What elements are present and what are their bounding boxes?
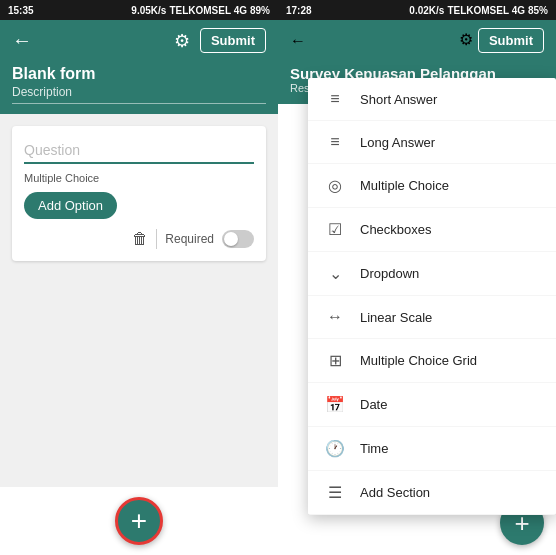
lines-icon: ≡: [324, 90, 346, 108]
form-body: Multiple Choice Add Option 🗑 Required: [0, 114, 278, 487]
settings-icon[interactable]: ⚙: [174, 30, 190, 52]
add-question-fab[interactable]: +: [115, 497, 163, 545]
left-network: 9.05K/s: [131, 5, 166, 16]
left-status-bar: 15:35 9.05K/s TELKOMSEL 4G 89%: [0, 0, 278, 20]
required-toggle[interactable]: [222, 230, 254, 248]
check-icon: ☑: [324, 220, 346, 239]
section-icon: ☰: [324, 483, 346, 502]
menu-item-multiple-choice[interactable]: ◎Multiple Choice: [308, 164, 556, 208]
back-button[interactable]: ←: [12, 29, 32, 52]
menu-item-label: Multiple Choice Grid: [360, 353, 477, 368]
menu-item-label: Date: [360, 397, 387, 412]
lines-icon: ≡: [324, 133, 346, 151]
divider: [156, 229, 157, 249]
menu-item-label: Multiple Choice: [360, 178, 449, 193]
menu-item-label: Long Answer: [360, 135, 435, 150]
date-icon: 📅: [324, 395, 346, 414]
form-description[interactable]: Description: [12, 85, 266, 104]
add-option-button[interactable]: Add Option: [24, 192, 117, 219]
menu-item-linear-scale[interactable]: ↔Linear Scale: [308, 296, 556, 339]
submit-button[interactable]: Submit: [200, 28, 266, 53]
form-title: Blank form: [12, 65, 266, 83]
menu-item-dropdown[interactable]: ⌄Dropdown: [308, 252, 556, 296]
right-settings-icon[interactable]: ⚙: [459, 31, 473, 48]
menu-item-label: Linear Scale: [360, 310, 432, 325]
fab-container: +: [0, 487, 278, 555]
question-input[interactable]: [24, 138, 254, 164]
toggle-thumb: [224, 232, 238, 246]
form-title-area: Blank form Description: [0, 61, 278, 114]
right-header: ← ⚙ Submit: [278, 20, 556, 61]
left-battery: 89%: [250, 5, 270, 16]
menu-item-long-answer[interactable]: ≡Long Answer: [308, 121, 556, 164]
right-back-button[interactable]: ←: [290, 32, 306, 50]
right-submit-button[interactable]: Submit: [478, 28, 544, 53]
menu-item-short-answer[interactable]: ≡Short Answer: [308, 78, 556, 121]
menu-item-time[interactable]: 🕐Time: [308, 427, 556, 471]
right-status-bar: 17:28 0.02K/s TELKOMSEL 4G 85%: [278, 0, 556, 20]
right-network: 0.02K/s: [409, 5, 444, 16]
right-time: 17:28: [286, 5, 312, 16]
menu-item-label: Time: [360, 441, 388, 456]
left-time: 15:35: [8, 5, 34, 16]
menu-item-label: Add Section: [360, 485, 430, 500]
menu-item-label: Checkboxes: [360, 222, 432, 237]
required-label: Required: [165, 232, 214, 246]
right-battery: 85%: [528, 5, 548, 16]
left-carrier: TELKOMSEL 4G: [169, 5, 247, 16]
left-header: ← ⚙ Submit: [0, 20, 278, 61]
field-type-label: Multiple Choice: [24, 172, 254, 184]
right-panel: 17:28 0.02K/s TELKOMSEL 4G 85% ← ⚙ Submi…: [278, 0, 556, 555]
menu-item-multiple-choice-grid[interactable]: ⊞Multiple Choice Grid: [308, 339, 556, 383]
menu-item-checkboxes[interactable]: ☑Checkboxes: [308, 208, 556, 252]
left-panel: 15:35 9.05K/s TELKOMSEL 4G 89% ← ⚙ Submi…: [0, 0, 278, 555]
menu-item-date[interactable]: 📅Date: [308, 383, 556, 427]
scale-icon: ↔: [324, 308, 346, 326]
menu-item-label: Dropdown: [360, 266, 419, 281]
delete-icon[interactable]: 🗑: [132, 230, 148, 248]
right-carrier: TELKOMSEL 4G: [447, 5, 525, 16]
question-card: Multiple Choice Add Option 🗑 Required: [12, 126, 266, 261]
grid-icon: ⊞: [324, 351, 346, 370]
menu-item-add-section[interactable]: ☰Add Section: [308, 471, 556, 515]
dropdown-icon: ⌄: [324, 264, 346, 283]
radio-icon: ◎: [324, 176, 346, 195]
time-icon: 🕐: [324, 439, 346, 458]
menu-item-label: Short Answer: [360, 92, 437, 107]
question-type-menu: ≡Short Answer≡Long Answer◎Multiple Choic…: [308, 78, 556, 515]
card-footer: 🗑 Required: [24, 229, 254, 249]
